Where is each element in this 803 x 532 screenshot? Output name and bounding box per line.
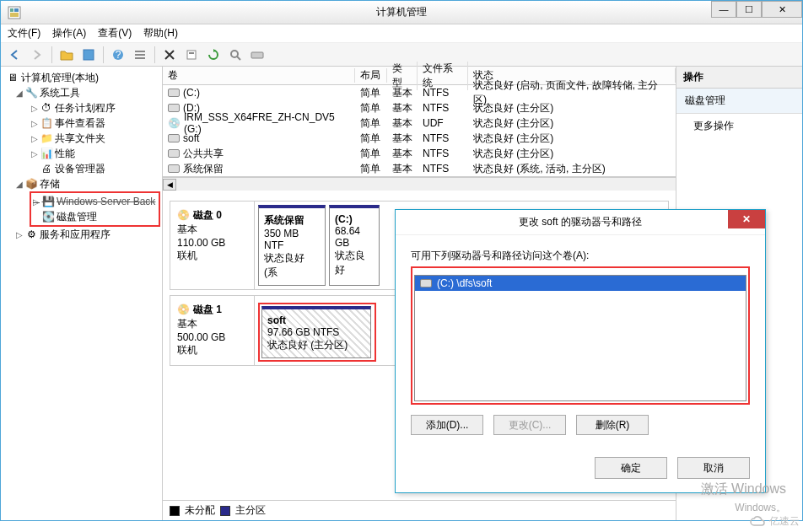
disk-1-part-0[interactable]: soft 97.66 GB NTFS 状态良好 (主分区)	[261, 306, 371, 358]
menu-view[interactable]: 查看(V)	[98, 26, 132, 40]
svg-point-12	[231, 51, 238, 57]
titlebar[interactable]: 计算机管理 — ☐ ✕	[1, 1, 802, 24]
legend-unalloc-swatch	[170, 506, 180, 516]
view-icon[interactable]	[79, 46, 98, 64]
svg-rect-7	[135, 51, 145, 52]
tree-wsb[interactable]: ▷💾Windows Server Back	[31, 194, 159, 209]
watermark-line2: Windows。	[735, 501, 786, 515]
volume-row[interactable]: soft简单基本NTFS状态良好 (主分区)	[163, 131, 676, 146]
legend: 未分配 主分区	[163, 500, 676, 520]
tree-root[interactable]: 🖥计算机管理(本地)	[3, 70, 160, 85]
disk-0-info: 📀磁盘 0 基本 110.00 GB 联机	[170, 202, 255, 289]
legend-unalloc: 未分配	[185, 503, 215, 518]
device-icon: 🖨	[40, 162, 53, 175]
menu-action[interactable]: 操作(A)	[52, 26, 86, 40]
menubar: 文件(F) 操作(A) 查看(V) 帮助(H)	[1, 24, 802, 43]
disk-0-part-1[interactable]: (C:) 68.64 GB 状态良好	[329, 205, 380, 286]
clock-icon: ⏱	[40, 101, 53, 115]
dialog-prompt: 可用下列驱动器号和路径访问这个卷(A):	[411, 249, 750, 263]
svg-rect-11	[189, 52, 194, 54]
add-button[interactable]: 添加(D)...	[411, 415, 483, 435]
tree-services[interactable]: ▷⚙服务和应用程序	[3, 227, 160, 242]
drive-icon	[420, 279, 432, 287]
remove-button[interactable]: 删除(R)	[576, 415, 649, 435]
minimize-button[interactable]: —	[711, 1, 736, 18]
svg-rect-4	[84, 50, 94, 60]
disk-icon[interactable]	[248, 46, 267, 64]
tree-performance[interactable]: ▷📊性能	[3, 146, 160, 161]
disk-0-part-0[interactable]: 系统保留 350 MB NTF 状态良好 (系	[258, 205, 326, 286]
svg-rect-2	[14, 8, 19, 12]
tree-taskscheduler[interactable]: ▷⏱任务计划程序	[3, 100, 160, 116]
svg-rect-9	[135, 57, 145, 59]
share-icon: 📁	[40, 132, 53, 145]
tree-sharedfolders[interactable]: ▷📁共享文件夹	[3, 131, 160, 146]
svg-line-13	[237, 56, 240, 60]
tree-devicemgr[interactable]: 🖨设备管理器	[3, 161, 160, 176]
forward-button[interactable]	[28, 46, 46, 64]
scroll-left-icon[interactable]: ◀	[163, 179, 176, 191]
app-icon	[8, 6, 21, 19]
svg-text:?: ?	[116, 49, 121, 61]
tools-icon: 🔧	[24, 86, 38, 99]
col-fs[interactable]: 文件系统	[418, 62, 468, 90]
help-icon[interactable]: ?	[109, 46, 127, 64]
computer-icon: 🖥	[6, 71, 19, 84]
legend-primary-swatch	[220, 506, 230, 516]
change-drive-dialog: 更改 soft 的驱动器号和路径 ✕ 可用下列驱动器号和路径访问这个卷(A): …	[395, 209, 766, 493]
ok-button[interactable]: 确定	[595, 457, 667, 479]
disk-1-info: 📀磁盘 1 基本 500.00 GB 联机	[170, 296, 255, 365]
dialog-titlebar[interactable]: 更改 soft 的驱动器号和路径 ✕	[396, 210, 765, 235]
volume-row[interactable]: (C:)简单基本NTFS状态良好 (启动, 页面文件, 故障转储, 主分区)	[163, 85, 676, 100]
back-button[interactable]	[6, 46, 24, 64]
menu-file[interactable]: 文件(F)	[8, 26, 40, 40]
dialog-close-button[interactable]: ✕	[728, 210, 765, 228]
cancel-button[interactable]: 取消	[677, 457, 750, 479]
watermark-line1: 激活 Windows	[701, 481, 786, 498]
backup-icon: 💾	[41, 195, 55, 208]
tree-storage[interactable]: ◢📦存储	[3, 176, 160, 191]
tree-systools[interactable]: ◢🔧系统工具	[3, 85, 160, 100]
volume-list: 卷 布局 类型 文件系统 状态 (C:)简单基本NTFS状态良好 (启动, 页面…	[163, 67, 676, 177]
col-layout[interactable]: 布局	[355, 68, 387, 83]
tree-eventviewer[interactable]: ▷📋事件查看器	[3, 116, 160, 131]
dialog-title: 更改 soft 的驱动器号和路径	[519, 215, 642, 229]
brand-watermark: 亿速云	[749, 514, 800, 529]
storage-icon: 📦	[24, 177, 38, 191]
cancel-icon[interactable]	[160, 46, 179, 64]
disk-0-label: 📀磁盘 0	[177, 208, 247, 223]
properties-icon[interactable]	[182, 46, 201, 64]
disk-1-label: 📀磁盘 1	[177, 303, 247, 317]
nav-tree: 🖥计算机管理(本地) ◢🔧系统工具 ▷⏱任务计划程序 ▷📋事件查看器 ▷📁共享文…	[1, 67, 163, 520]
volume-row[interactable]: 公共共享简单基本NTFS状态良好 (主分区)	[163, 146, 676, 161]
window-title: 计算机管理	[376, 5, 427, 19]
svg-rect-3	[10, 13, 19, 17]
svg-rect-14	[251, 52, 263, 58]
actions-more[interactable]: 更多操作	[676, 114, 802, 138]
actions-section: 磁盘管理	[676, 89, 802, 114]
search-icon[interactable]	[226, 46, 245, 64]
path-listbox[interactable]: (C:) \dfs\soft	[414, 275, 746, 401]
menu-help[interactable]: 帮助(H)	[143, 26, 178, 40]
event-icon: 📋	[40, 116, 53, 130]
folder-icon[interactable]	[57, 46, 76, 64]
close-button[interactable]: ✕	[762, 1, 802, 18]
volume-row[interactable]: 💿IRM_SSS_X64FRE_ZH-CN_DV5 (G:)简单基本UDF状态良…	[163, 116, 676, 131]
path-entry-selected[interactable]: (C:) \dfs\soft	[415, 276, 746, 291]
svg-rect-10	[187, 51, 196, 59]
maximize-button[interactable]: ☐	[736, 1, 762, 18]
perf-icon: 📊	[40, 147, 53, 160]
col-volume[interactable]: 卷	[163, 68, 355, 83]
actions-header: 操作	[676, 67, 802, 89]
list-icon[interactable]	[131, 46, 149, 64]
svg-rect-8	[135, 54, 145, 56]
services-icon: ⚙	[24, 228, 38, 241]
window-buttons: — ☐ ✕	[711, 1, 802, 18]
volume-row[interactable]: 系统保留简单基本NTFS状态良好 (系统, 活动, 主分区)	[163, 161, 676, 176]
refresh-icon[interactable]	[204, 46, 223, 64]
change-button[interactable]: 更改(C)...	[493, 415, 566, 435]
tree-diskmgmt[interactable]: 💽磁盘管理	[31, 209, 159, 224]
h-scrollbar[interactable]: ◀	[163, 177, 676, 191]
diskmgmt-icon: 💽	[41, 210, 55, 223]
svg-rect-1	[10, 8, 13, 12]
